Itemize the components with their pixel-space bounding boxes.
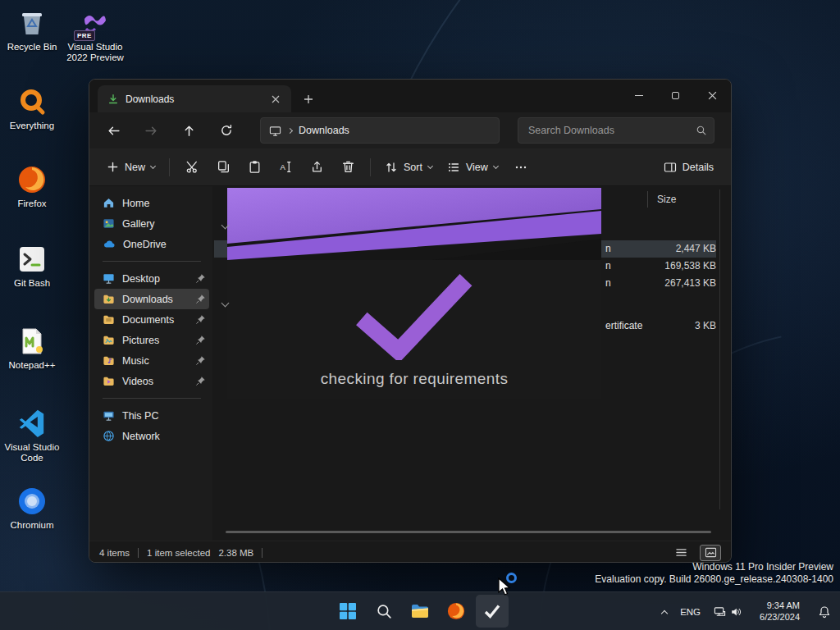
horizontal-scrollbar[interactable] xyxy=(226,531,711,533)
search-input[interactable] xyxy=(527,124,696,137)
new-label: New xyxy=(125,162,145,173)
toolbar-divider xyxy=(370,158,371,176)
sidebar-item-desktop[interactable]: Desktop xyxy=(94,268,209,289)
address-bar[interactable]: Downloads xyxy=(260,117,500,144)
back-button[interactable] xyxy=(99,117,127,144)
desktop-icon-visual-studio[interactable]: PRE Visual Studio 2022 Preview xyxy=(63,7,127,63)
language-indicator[interactable]: ENG xyxy=(674,596,706,628)
sidebar-item-downloads[interactable]: Downloads xyxy=(94,289,209,309)
navigation-pane: Home Gallery OneDrive Desktop xyxy=(89,186,212,541)
rename-button[interactable]: A xyxy=(270,153,301,181)
delete-button[interactable] xyxy=(332,153,363,181)
column-divider[interactable] xyxy=(647,191,648,208)
sidebar-label: Videos xyxy=(122,376,153,387)
copy-icon xyxy=(217,160,231,174)
sidebar-item-pictures[interactable]: Pictures xyxy=(94,330,209,350)
breadcrumb-chevron-icon xyxy=(287,127,293,133)
chevron-down-icon xyxy=(150,162,156,168)
close-window-button[interactable] xyxy=(694,80,731,111)
download-icon xyxy=(107,94,119,105)
sidebar-item-home[interactable]: Home xyxy=(94,193,209,213)
start-button[interactable] xyxy=(331,595,364,628)
pin-icon xyxy=(195,335,206,345)
cut-button[interactable] xyxy=(176,153,208,181)
file-size: 3 KB xyxy=(639,320,716,331)
details-view-toggle[interactable] xyxy=(670,545,692,561)
this-pc-icon xyxy=(103,409,115,422)
desktop-icon-notepadpp[interactable]: Notepad++ xyxy=(0,325,64,371)
status-bar: 4 items 1 item selected 2.38 MB xyxy=(89,541,731,563)
sidebar-item-onedrive[interactable]: OneDrive xyxy=(94,234,209,254)
desktop-icon-vscode[interactable]: Visual Studio Code xyxy=(0,407,64,463)
notifications-button[interactable] xyxy=(812,596,837,628)
notepadpp-icon xyxy=(16,325,48,358)
tab-close-button[interactable] xyxy=(267,90,285,108)
refresh-button[interactable] xyxy=(212,117,240,144)
more-options-button[interactable] xyxy=(505,153,536,181)
up-icon xyxy=(182,124,196,138)
thumbnails-view-icon xyxy=(705,547,717,558)
checkmark-icon xyxy=(483,602,501,620)
chevron-down-icon xyxy=(427,162,433,168)
close-icon xyxy=(272,95,280,103)
share-icon xyxy=(310,160,324,174)
large-icons-view-toggle[interactable] xyxy=(700,545,721,561)
visual-studio-icon: PRE xyxy=(79,7,112,39)
sidebar-label: Pictures xyxy=(122,335,159,346)
desktop-icon-chromium[interactable]: Chromium xyxy=(0,485,64,531)
pin-icon xyxy=(195,355,206,366)
search-icon xyxy=(376,603,393,620)
system-tray: ENG 9:34 AM 6/23/2024 xyxy=(656,592,837,630)
selection-size: 2.38 MB xyxy=(218,548,253,558)
sidebar-item-this-pc[interactable]: This PC xyxy=(94,405,209,426)
sidebar-label: Documents xyxy=(122,314,174,326)
desktop-icon-label: Visual Studio 2022 Preview xyxy=(63,42,127,63)
desktop-icon-label: Everything xyxy=(10,121,54,131)
breadcrumb[interactable]: Downloads xyxy=(299,125,349,136)
hidden-icons-button[interactable] xyxy=(656,596,673,628)
up-button[interactable] xyxy=(175,117,203,144)
taskbar-file-explorer-button[interactable] xyxy=(404,595,436,628)
desktop-icon-label: Chromium xyxy=(10,520,53,531)
home-icon xyxy=(103,197,115,209)
search-icon xyxy=(696,125,707,136)
details-button[interactable]: Details xyxy=(656,153,721,181)
copy-button[interactable] xyxy=(208,153,239,181)
paste-button[interactable] xyxy=(239,153,270,181)
explorer-tab-downloads[interactable]: Downloads xyxy=(98,85,291,112)
installer-splash-window: checking for requirements xyxy=(227,188,601,399)
cut-icon xyxy=(185,160,199,174)
explorer-body: Home Gallery OneDrive Desktop xyxy=(89,186,731,541)
taskbar-firefox-button[interactable] xyxy=(440,595,472,628)
sidebar-item-gallery[interactable]: Gallery xyxy=(94,213,209,234)
search-box[interactable] xyxy=(518,117,714,144)
sidebar-item-documents[interactable]: Documents xyxy=(94,309,209,330)
sidebar-item-network[interactable]: Network xyxy=(94,426,209,446)
pre-badge: PRE xyxy=(74,30,95,41)
forward-button[interactable] xyxy=(137,117,165,144)
desktop-icon-git-bash[interactable]: Git Bash xyxy=(0,243,64,289)
share-button[interactable] xyxy=(301,153,332,181)
new-tab-button[interactable] xyxy=(299,90,317,108)
desktop-icon-everything[interactable]: Everything xyxy=(0,85,64,131)
network-icon xyxy=(103,430,115,442)
clock[interactable]: 9:34 AM 6/23/2024 xyxy=(749,596,810,628)
minimize-button[interactable] xyxy=(620,80,657,111)
taskbar: ENG 9:34 AM 6/23/2024 xyxy=(0,591,840,630)
maximize-button[interactable] xyxy=(657,80,694,111)
videos-folder-icon xyxy=(103,375,115,387)
column-header-size[interactable]: Size xyxy=(657,194,676,205)
sort-button[interactable]: Sort xyxy=(377,153,440,181)
tray-status-icons[interactable] xyxy=(708,596,747,628)
file-explorer-icon xyxy=(410,601,430,621)
sidebar-item-music[interactable]: Music xyxy=(94,350,209,371)
item-count: 4 items xyxy=(99,548,130,558)
desktop-icon-recycle-bin[interactable]: Recycle Bin xyxy=(0,7,64,52)
sort-icon xyxy=(385,161,398,174)
chevron-up-icon xyxy=(661,609,668,616)
taskbar-search-button[interactable] xyxy=(368,595,400,628)
sidebar-item-videos[interactable]: Videos xyxy=(94,371,209,391)
view-button[interactable]: View xyxy=(440,153,505,181)
desktop-icon-firefox[interactable]: Firefox xyxy=(0,163,64,209)
new-button[interactable]: New xyxy=(99,153,162,181)
